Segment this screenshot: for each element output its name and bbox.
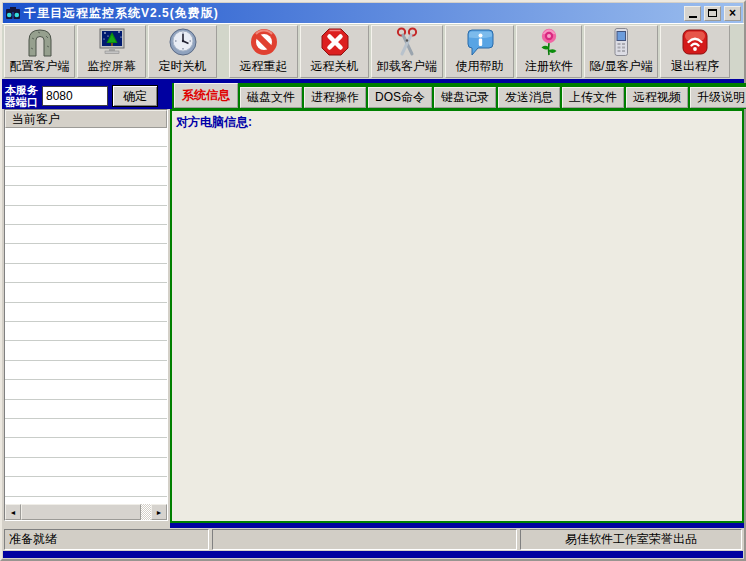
close-icon: × bbox=[729, 7, 736, 19]
rose-icon bbox=[533, 26, 565, 58]
divider-strip-bottom bbox=[170, 523, 744, 528]
remote-restart-button[interactable]: 远程重起 bbox=[229, 25, 298, 78]
status-middle bbox=[212, 529, 517, 550]
stone-arch-icon bbox=[24, 26, 56, 58]
scroll-right-button[interactable]: ► bbox=[151, 504, 167, 520]
tab-system-info[interactable]: 系统信息 bbox=[174, 83, 238, 108]
toolbar: 配置客户端 监控屏幕 bbox=[2, 23, 744, 79]
status-ready: 准备就绪 bbox=[4, 529, 209, 550]
control-row: 本服务 器端口 确定 系统信息 磁盘文件 进程操作 DOS命令 键盘记录 发送消… bbox=[2, 83, 744, 109]
port-label: 本服务 器端口 bbox=[5, 84, 38, 108]
content-column: 对方电脑信息: bbox=[170, 109, 744, 528]
client-listview: 当前客户 ◄ ► bbox=[4, 109, 168, 521]
client-list-header[interactable]: 当前客户 bbox=[5, 110, 167, 128]
close-button[interactable]: × bbox=[724, 6, 741, 21]
tab-send-message[interactable]: 发送消息 bbox=[498, 87, 560, 108]
tab-dos-command[interactable]: DOS命令 bbox=[368, 87, 432, 108]
help-button[interactable]: 使用帮助 bbox=[445, 25, 514, 78]
exit-program-button[interactable]: 退出程序 bbox=[660, 25, 730, 78]
tab-keylogger[interactable]: 键盘记录 bbox=[434, 87, 496, 108]
scissors-icon bbox=[391, 26, 423, 58]
tab-remote-video[interactable]: 远程视频 bbox=[626, 87, 688, 108]
window-title: 千里目远程监控系统V2.5(免费版) bbox=[24, 5, 681, 22]
tab-disk-files[interactable]: 磁盘文件 bbox=[240, 87, 302, 108]
status-bar: 准备就绪 易佳软件工作室荣誉出品 bbox=[4, 529, 742, 550]
main-area: 当前客户 ◄ ► 对方电脑信息: bbox=[2, 109, 744, 528]
scrollbar-thumb[interactable] bbox=[21, 504, 141, 520]
toolbar-label: 监控屏幕 bbox=[88, 58, 136, 75]
bottom-accent-strip bbox=[3, 551, 743, 558]
app-binoculars-icon bbox=[5, 5, 21, 21]
tab-process-ops[interactable]: 进程操作 bbox=[304, 87, 366, 108]
scroll-left-button[interactable]: ◄ bbox=[5, 504, 21, 520]
client-list-body[interactable] bbox=[5, 128, 167, 504]
confirm-button[interactable]: 确定 bbox=[112, 85, 158, 107]
toolbar-label: 卸载客户端 bbox=[377, 58, 437, 75]
maximize-icon bbox=[708, 9, 717, 17]
tab-upload-file[interactable]: 上传文件 bbox=[562, 87, 624, 108]
arrow-right-icon: ► bbox=[156, 509, 163, 516]
stop-x-icon bbox=[319, 26, 351, 58]
toolbar-label: 定时关机 bbox=[159, 58, 207, 75]
toolbar-label: 远程重起 bbox=[240, 58, 288, 75]
app-window: 千里目远程监控系统V2.5(免费版) × 配置客户端 bbox=[0, 0, 746, 561]
remote-info-label: 对方电脑信息: bbox=[176, 115, 252, 129]
hide-show-client-button[interactable]: 隐/显客户端 bbox=[584, 25, 658, 78]
arrow-left-icon: ◄ bbox=[10, 509, 17, 516]
toolbar-label: 注册软件 bbox=[525, 58, 573, 75]
help-bubble-icon bbox=[464, 26, 496, 58]
maximize-button[interactable] bbox=[704, 6, 721, 21]
status-credits: 易佳软件工作室荣誉出品 bbox=[520, 529, 742, 550]
toolbar-label: 配置客户端 bbox=[10, 58, 70, 75]
remote-shutdown-button[interactable]: 远程关机 bbox=[300, 25, 369, 78]
monitor-screen-icon bbox=[96, 26, 128, 58]
remote-info-panel: 对方电脑信息: bbox=[170, 109, 744, 523]
uninstall-client-button[interactable]: 卸载客户端 bbox=[371, 25, 443, 78]
tab-bar: 系统信息 磁盘文件 进程操作 DOS命令 键盘记录 发送消息 上传文件 远程视频… bbox=[172, 83, 746, 109]
title-bar: 千里目远程监控系统V2.5(免费版) × bbox=[3, 3, 743, 23]
toolbar-label: 退出程序 bbox=[671, 58, 719, 75]
configure-client-button[interactable]: 配置客户端 bbox=[4, 25, 75, 78]
horizontal-scrollbar[interactable]: ◄ ► bbox=[5, 504, 167, 520]
client-panel: 当前客户 ◄ ► bbox=[2, 109, 170, 528]
tab-upgrade-notes[interactable]: 升级说明 bbox=[690, 87, 746, 108]
scheduled-shutdown-button[interactable]: 定时关机 bbox=[148, 25, 217, 78]
scrollbar-track[interactable] bbox=[141, 504, 151, 520]
toolbar-label: 隐/显客户端 bbox=[589, 58, 652, 75]
minimize-icon bbox=[689, 16, 697, 18]
toolbar-label: 使用帮助 bbox=[456, 58, 504, 75]
toolbar-label: 远程关机 bbox=[311, 58, 359, 75]
port-section: 本服务 器端口 确定 bbox=[2, 83, 172, 109]
port-input[interactable] bbox=[42, 86, 108, 106]
register-software-button[interactable]: 注册软件 bbox=[516, 25, 582, 78]
phone-icon bbox=[605, 26, 637, 58]
monitor-screen-button[interactable]: 监控屏幕 bbox=[77, 25, 146, 78]
exit-signal-icon bbox=[679, 26, 711, 58]
clock-icon bbox=[167, 26, 199, 58]
no-entry-icon bbox=[248, 26, 280, 58]
minimize-button[interactable] bbox=[684, 6, 701, 21]
